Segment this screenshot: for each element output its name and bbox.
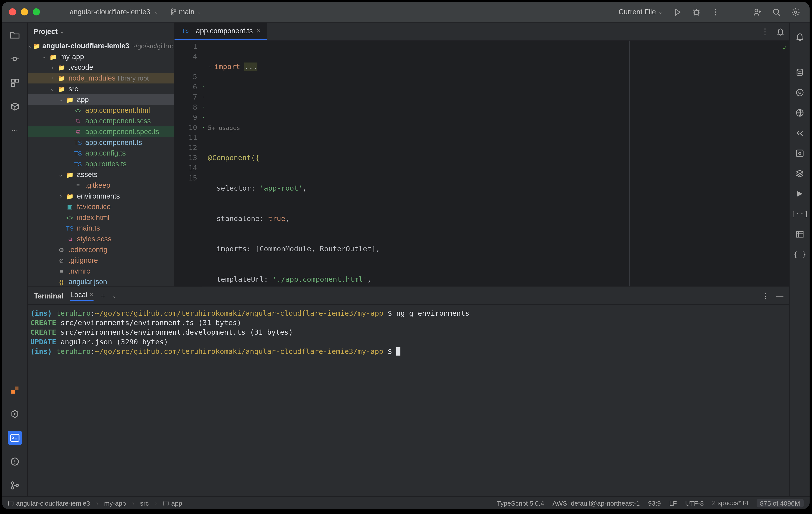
project-selector[interactable]: angular-cloudflare-iemie3 ⌄ <box>70 8 158 16</box>
tree-item-app[interactable]: ⌄📁app <box>28 94 174 105</box>
ai-tool-button[interactable] <box>793 86 806 99</box>
git-branch-selector[interactable]: main ⌄ <box>170 8 202 16</box>
svg-point-2 <box>773 9 778 14</box>
tree-item-environments[interactable]: ›📁environments <box>28 190 174 202</box>
chevron-down-icon[interactable]: ⌄ <box>112 293 117 299</box>
tree-item-app-routes[interactable]: TSapp.routes.ts <box>28 158 174 169</box>
settings-button[interactable] <box>788 5 803 19</box>
project-tree[interactable]: ⌄📁angular-cloudflare-iemie3~/go/src/gith… <box>28 40 174 286</box>
tree-item-app-component-spec[interactable]: ⧉app.component.spec.ts <box>28 126 174 137</box>
expand-arrow-icon[interactable]: ⌄ <box>57 172 65 178</box>
expand-arrow-icon[interactable]: ⌄ <box>57 96 65 102</box>
tree-item-styles-scss[interactable]: ⧉styles.scss <box>28 233 174 244</box>
code-text[interactable]: › import ... 5+ usages @Component({ sele… <box>208 40 789 286</box>
terminal-session-tab[interactable]: Local × <box>70 290 93 301</box>
code-with-me-button[interactable] <box>750 5 764 19</box>
tree-item-my-app[interactable]: ⌄📁my-app <box>28 51 174 62</box>
breadcrumb[interactable]: ▢ angular-cloudflare-iemie3 <box>8 499 90 507</box>
tree-item-vscode[interactable]: ›📁.vscode <box>28 62 174 73</box>
git-tool-button[interactable] <box>7 478 22 493</box>
close-tab-button[interactable]: × <box>256 26 261 35</box>
breadcrumb[interactable]: ▢ app <box>163 499 182 507</box>
file-encoding[interactable]: UTF-8 <box>685 500 704 507</box>
layers-tool-button[interactable] <box>793 167 806 180</box>
typescript-version[interactable]: TypeScript 5.0.4 <box>497 500 544 507</box>
editor-tab-active[interactable]: TS app.component.ts × <box>175 23 267 40</box>
json-tool-button[interactable]: { } <box>793 248 806 261</box>
memory-indicator[interactable]: 875 of 4096M <box>756 499 804 507</box>
terminal-tool-window: Terminal Local × + ⌄ ⋮ — (ins) teruhiro:… <box>28 286 789 496</box>
tree-item-gitkeep[interactable]: ≡.gitkeep <box>28 180 174 190</box>
tree-item-app-component-scss[interactable]: ⧉app.component.scss <box>28 116 174 126</box>
more-tool-button[interactable]: ⋯ <box>7 123 22 138</box>
tree-item-favicon[interactable]: ▣favicon.ico <box>28 202 174 212</box>
code-fold[interactable]: ... <box>244 62 258 71</box>
usages-hint[interactable]: 5+ usages <box>208 123 789 133</box>
aws-status[interactable]: AWS: default@ap-northeast-1 <box>552 500 640 507</box>
expand-arrow-icon[interactable]: ⌄ <box>40 54 48 60</box>
aws-tool-button[interactable] <box>7 383 22 397</box>
inspection-ok-icon[interactable]: ✓ <box>783 43 787 53</box>
project-panel-header[interactable]: Project ⌄ <box>28 23 174 40</box>
tree-item-app-component-ts[interactable]: TSapp.component.ts <box>28 137 174 148</box>
terminal-more-button[interactable]: ⋮ <box>762 292 769 300</box>
close-window-button[interactable] <box>9 8 16 16</box>
tree-item-src[interactable]: ⌄📁src <box>28 83 174 94</box>
code-token: @Component({ <box>208 154 260 162</box>
tree-root[interactable]: ⌄📁angular-cloudflare-iemie3~/go/src/gith… <box>28 40 174 51</box>
breadcrumb[interactable]: src <box>140 500 149 507</box>
new-session-button[interactable]: + <box>101 292 105 300</box>
run-button[interactable] <box>670 5 685 19</box>
expand-arrow-icon[interactable]: ⌄ <box>28 43 33 49</box>
tree-item-main-ts[interactable]: TSmain.ts <box>28 223 174 234</box>
tree-item-editorconfig[interactable]: ⚙.editorconfig <box>28 244 174 255</box>
ts-file-icon: TS <box>73 150 83 156</box>
tab-more-button[interactable]: ⋮ <box>761 27 769 36</box>
database-tool-button[interactable] <box>793 65 806 79</box>
minimize-window-button[interactable] <box>21 8 28 16</box>
line-separator[interactable]: LF <box>669 500 677 507</box>
terminal-output[interactable]: (ins) teruhiro:~/go/src/github.com/teruh… <box>28 305 789 496</box>
tree-item-node-modules[interactable]: ›📁node_moduleslibrary root <box>28 72 174 83</box>
hide-terminal-button[interactable]: — <box>776 292 783 300</box>
tree-item-app-config[interactable]: TSapp.config.ts <box>28 148 174 159</box>
run-config-selector[interactable]: Current File ⌄ <box>618 8 663 16</box>
bookmarks-tool-button[interactable]: [··] <box>793 207 806 220</box>
notifications-icon[interactable] <box>776 27 785 35</box>
structure-tool-button[interactable] <box>7 75 22 90</box>
gradle-tool-button[interactable] <box>793 147 806 159</box>
bean-tool-button[interactable] <box>793 228 806 240</box>
pull-requests-button[interactable] <box>793 126 806 139</box>
code-editor[interactable]: ✓ 1 4 5 6 7 8 9 10 11 12 <box>175 40 789 286</box>
expand-arrow-icon[interactable]: › <box>48 64 57 70</box>
problems-tool-button[interactable] <box>7 454 22 469</box>
tree-item-nvmrc[interactable]: ≡.nvmrc <box>28 266 174 276</box>
terminal-tool-button[interactable] <box>7 431 22 445</box>
tree-item-index-html[interactable]: <>index.html <box>28 212 174 223</box>
indent-info[interactable]: 2 spaces* ⊡ <box>712 499 748 507</box>
expand-arrow-icon[interactable]: ⌄ <box>48 86 57 92</box>
expand-arrow-icon[interactable]: › <box>57 193 65 199</box>
debug-button[interactable] <box>689 5 704 19</box>
tree-item-angular-json[interactable]: {}angular.json <box>28 276 174 286</box>
notifications-tool-button[interactable] <box>793 30 806 43</box>
terminal-title[interactable]: Terminal <box>34 292 63 300</box>
project-tool-button[interactable] <box>7 28 22 42</box>
npm-tool-button[interactable] <box>7 99 22 114</box>
maximize-window-button[interactable] <box>33 8 40 16</box>
more-actions-button[interactable]: ⋮ <box>708 5 723 19</box>
tree-item-app-component-html[interactable]: <>app.component.html <box>28 105 174 116</box>
text-file-icon: ≡ <box>57 268 66 274</box>
endpoints-tool-button[interactable] <box>793 187 806 200</box>
expand-arrow-icon[interactable]: › <box>48 75 57 81</box>
kebab-icon: ⋮ <box>712 7 720 17</box>
breadcrumb[interactable]: my-app <box>104 500 126 507</box>
commit-tool-button[interactable] <box>7 52 22 66</box>
aws-explorer-button[interactable] <box>793 106 806 119</box>
close-session-button[interactable]: × <box>89 290 93 299</box>
search-everywhere-button[interactable] <box>769 5 784 19</box>
tree-item-assets[interactable]: ⌄📁assets <box>28 169 174 180</box>
cursor-position[interactable]: 93:9 <box>648 500 661 507</box>
services-tool-button[interactable] <box>7 407 22 421</box>
tree-item-gitignore[interactable]: ⊘.gitignore <box>28 255 174 266</box>
